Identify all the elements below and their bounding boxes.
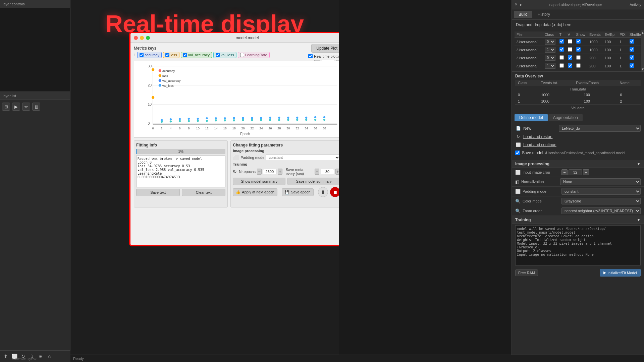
crop-icon: ⬜	[515, 170, 521, 175]
train-data-subtitle: Train.data	[515, 87, 641, 91]
save-meta-decrease[interactable]: −	[315, 169, 319, 175]
data-overview-title: Data Overview	[515, 74, 641, 78]
loss-checkbox[interactable]	[165, 53, 169, 57]
t-checkbox-2[interactable]	[559, 55, 564, 60]
load-restart-icon: ↻	[515, 134, 521, 140]
class-select-0[interactable]: 01	[545, 39, 555, 45]
progress-bar: 1%	[136, 149, 225, 154]
new-model-select[interactable]: LeNet5_do	[559, 125, 641, 132]
apply-next-epoch-button[interactable]: 👍 Apply at next epoch	[233, 188, 277, 196]
crop-input[interactable]	[569, 169, 582, 175]
crop-decrease-button[interactable]: −	[561, 169, 568, 175]
svg-point-64	[269, 119, 271, 121]
train-data-table: 0 1000 100 0 1 1000 100 2	[515, 92, 641, 105]
save-meta-increase[interactable]: +	[335, 169, 339, 175]
metric-val-loss: val_loss	[213, 52, 236, 58]
show-model-summary-button[interactable]: Show model summary	[233, 178, 285, 185]
class-select-1[interactable]: 01	[545, 47, 555, 53]
load-restart-label[interactable]: Load and restart	[523, 134, 557, 139]
padding-icon: ⬜	[233, 155, 238, 160]
color-mode-select[interactable]: Grayscale	[561, 198, 641, 204]
stop-button[interactable]: ⏹	[330, 187, 339, 197]
save-model-summary-button[interactable]: Save model summary	[287, 178, 339, 185]
scroll-down-arrow[interactable]: ▼	[641, 67, 644, 71]
tab-build[interactable]: Build	[514, 11, 532, 18]
nr-epochs-input[interactable]	[263, 169, 276, 174]
crop-increase-button[interactable]: +	[583, 169, 589, 175]
free-ram-button[interactable]: Free RAM	[515, 269, 538, 276]
save-model-checkbox[interactable]	[515, 150, 520, 155]
padding-mode-row: ⬜ Padding mode constant	[233, 154, 339, 161]
realtime-checkbox[interactable]	[308, 54, 313, 58]
padding-mode-select2[interactable]: constant	[561, 188, 641, 195]
minimize-window-icon[interactable]	[140, 36, 144, 40]
show-checkbox-1[interactable]	[576, 47, 581, 52]
tab-define-model[interactable]: Define model	[515, 114, 548, 121]
input-crop-row: ⬜ Input image crop − +	[512, 168, 644, 177]
color-mode-row: 🔍 Color mode Grayscale	[512, 196, 644, 206]
shuffle-checkbox-2[interactable]	[630, 55, 634, 60]
load-continue-label[interactable]: Load and continue	[523, 142, 557, 147]
delete-icon[interactable]: 🗑	[32, 103, 40, 111]
tab-history[interactable]: History	[533, 11, 555, 18]
home-icon[interactable]: ⌂	[46, 353, 53, 360]
nr-epochs-decrease[interactable]: −	[257, 169, 262, 175]
save-meta-input[interactable]	[321, 169, 334, 174]
zoom-order-select[interactable]: nearest neighbor (cv2.INTER_NEAREST)	[561, 207, 641, 214]
show-checkbox-3[interactable]	[576, 63, 581, 68]
image-processing-row: Image processing	[233, 149, 339, 153]
close-icon[interactable]: ✕	[515, 2, 518, 7]
training-section-header[interactable]: Training ▼	[512, 216, 644, 224]
tab-augmentation[interactable]: Augmentation	[548, 114, 583, 121]
init-fit-button[interactable]: ▶ Initialize/Fit Model	[600, 269, 641, 277]
show-checkbox-2[interactable]	[576, 55, 581, 60]
table-scrollbar[interactable]: ▲ ▼	[641, 30, 644, 71]
class-select-2[interactable]: 01	[545, 55, 555, 61]
save-epoch-button[interactable]: 💾 Save epoch	[282, 188, 313, 196]
svg-point-45	[269, 117, 271, 119]
val-accuracy-checkbox[interactable]	[183, 53, 187, 57]
v-checkbox-2[interactable]	[568, 55, 572, 60]
close-window-icon[interactable]	[134, 36, 138, 40]
t-checkbox-3[interactable]	[559, 63, 564, 68]
change-fitting-title: Change fitting parameters	[233, 143, 339, 147]
drag-drop-area[interactable]: Drag and drop data (.rtdc) here	[512, 20, 644, 30]
accuracy-checkbox[interactable]	[140, 53, 144, 57]
upload-icon[interactable]: ⬆	[2, 353, 9, 360]
maximize-window-icon[interactable]	[146, 36, 150, 40]
t-checkbox-0[interactable]	[559, 39, 564, 44]
shuffle-checkbox-3[interactable]	[630, 63, 634, 68]
nr-epochs-increase[interactable]: +	[278, 169, 282, 175]
svg-text:accuracy: accuracy	[162, 69, 175, 73]
shuffle-checkbox-0[interactable]	[630, 39, 634, 44]
made-with-badge: MADE WITH QIFOX	[12, 358, 37, 361]
zoom-order-row: 🔍 Zoom order nearest neighbor (cv2.INTER…	[512, 206, 644, 216]
padding-mode-select[interactable]: constant	[266, 154, 339, 161]
v-checkbox-3[interactable]	[568, 63, 572, 68]
app-title: napari-aideveloper; AIDeveloper	[549, 3, 602, 7]
play-icon[interactable]: ▶	[12, 103, 20, 111]
pause-button[interactable]: ⏸	[318, 187, 328, 197]
learning-rate-checkbox[interactable]	[240, 53, 244, 57]
v-checkbox-1[interactable]	[568, 47, 572, 52]
grid-icon[interactable]: ⊞	[37, 353, 44, 360]
update-plot-button[interactable]: Update Plot	[311, 44, 339, 53]
svg-point-39	[215, 117, 217, 119]
clear-text-button[interactable]: Clear text	[182, 189, 225, 196]
shuffle-checkbox-1[interactable]	[630, 47, 634, 52]
svg-point-38	[206, 117, 208, 119]
add-layer-icon[interactable]: ⊞	[2, 103, 10, 111]
v-checkbox-0[interactable]	[568, 39, 572, 44]
normalization-select[interactable]: None	[560, 178, 641, 185]
svg-text:16: 16	[223, 127, 226, 130]
scroll-up-arrow[interactable]: ▲	[641, 30, 644, 35]
show-checkbox-0[interactable]	[576, 39, 581, 44]
val-loss-checkbox[interactable]	[216, 53, 220, 57]
class-select-3[interactable]: 01	[545, 63, 555, 69]
val-data-subtitle: Val.data	[515, 106, 641, 110]
model-window: model.model Metrics keys 1 accuracy loss	[129, 32, 339, 246]
save-text-button[interactable]: Save text	[136, 189, 180, 196]
edit-icon[interactable]: ✏	[22, 103, 30, 111]
image-processing-header[interactable]: Image processing ▼	[512, 160, 644, 168]
t-checkbox-1[interactable]	[559, 47, 564, 52]
